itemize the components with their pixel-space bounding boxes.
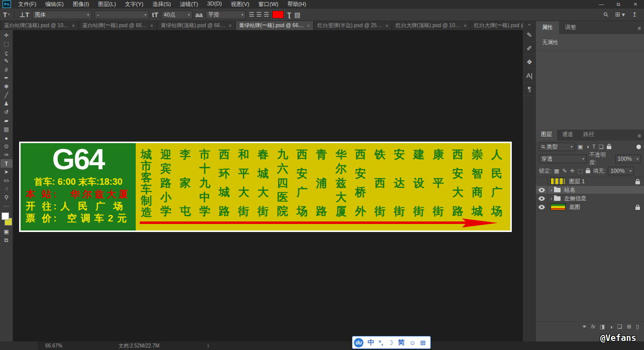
canvas-area[interactable]: G64 首车: 6:00 末车:18:30 本 站: 华尔兹大厦 开 往: 人民… xyxy=(13,30,523,341)
lasso-tool[interactable]: ϛ xyxy=(1,48,13,57)
foreground-color-swatch[interactable] xyxy=(2,212,9,220)
blur-tool[interactable]: ● xyxy=(1,134,13,142)
ime-item-2[interactable]: ☽ xyxy=(388,339,394,346)
menu-item-文字[interactable]: 文字(Y) xyxy=(121,0,148,9)
blend-mode-select[interactable]: 穿透▾ xyxy=(539,155,587,163)
shape-tool[interactable]: ▭ xyxy=(1,176,13,185)
layers-panel-menu-icon[interactable]: ≡ xyxy=(638,133,641,139)
tab-close-icon[interactable]: × xyxy=(229,23,232,29)
layer-row[interactable]: ›站名 xyxy=(536,186,644,194)
ime-item-3[interactable]: 简 xyxy=(398,338,404,347)
dodge-tool[interactable]: ⊙ xyxy=(1,142,13,151)
document-tab[interactable]: 蓝白站牌(顶格).psd @ 100...× xyxy=(1,21,79,30)
align-left-icon[interactable]: ☰ xyxy=(249,11,254,18)
type-tool[interactable]: T xyxy=(1,159,13,168)
layers-tab-通道[interactable]: 通道 xyxy=(557,129,578,141)
ime-item-4[interactable]: ☺ xyxy=(409,339,415,346)
layer-visibility-toggle[interactable] xyxy=(536,203,547,211)
ime-item-1[interactable]: °, xyxy=(379,339,383,346)
warp-text-icon[interactable]: Ʈ xyxy=(287,11,291,19)
properties-tab-调整[interactable]: 调整 xyxy=(559,21,582,34)
menu-item-3D[interactable]: 3D(D) xyxy=(203,0,226,9)
quick-mask-icon[interactable]: ▣ xyxy=(1,227,13,236)
layer-visibility-toggle[interactable] xyxy=(536,194,547,202)
restore-button[interactable]: ⧉ xyxy=(610,1,627,9)
share-icon[interactable]: ↥ xyxy=(632,11,637,18)
screen-mode-icon[interactable]: ⧉ xyxy=(1,236,13,245)
lock-artboard-icon[interactable]: ⬚ xyxy=(578,168,583,174)
opacity-select[interactable]: 100%▾ xyxy=(615,155,641,163)
menu-item-选择[interactable]: 选择(S) xyxy=(148,0,175,9)
filter-toggle[interactable] xyxy=(636,145,641,149)
eyedropper-tool[interactable]: ✒ xyxy=(1,74,13,82)
layers-tab-路径[interactable]: 路径 xyxy=(578,129,599,141)
adjustment-layer-icon[interactable]: ◑ xyxy=(609,324,613,330)
text-orientation-icon[interactable]: ⊥T xyxy=(19,11,29,19)
properties-tab-属性[interactable]: 属性 xyxy=(536,21,559,34)
filter-pixel-layers-icon[interactable]: ▣ xyxy=(578,144,583,150)
close-button[interactable]: ✕ xyxy=(627,1,644,9)
workspace-icon[interactable]: ⊞ ▾ xyxy=(615,11,625,18)
layer-expand-icon[interactable]: › xyxy=(550,196,552,201)
menu-item-编辑[interactable]: 编辑(E) xyxy=(41,0,68,9)
paragraph-panel-icon[interactable]: ¶ xyxy=(523,82,535,96)
font-style-select[interactable]: -▾ xyxy=(95,11,149,19)
move-tool[interactable]: ✛ xyxy=(1,31,13,40)
filter-type-layers-icon[interactable]: T xyxy=(592,144,596,150)
collapse-panels-icon[interactable]: « xyxy=(528,21,530,28)
font-size-select[interactable]: 40点▾ xyxy=(161,11,193,19)
search-icon[interactable]: ⚲ xyxy=(602,11,610,19)
layer-row[interactable]: 底图 xyxy=(536,203,644,211)
menu-item-图像[interactable]: 图像(I) xyxy=(69,0,93,9)
edit-toolbar[interactable]: ⋯ xyxy=(1,202,13,210)
document-tab[interactable]: 黄绿站牌(一格).psd @ 66.7% (站名, RGB/8) *× xyxy=(236,21,314,30)
brush-tool[interactable]: ╱ xyxy=(1,91,13,99)
clone-stamp-tool[interactable]: ♟ xyxy=(1,99,13,108)
tab-close-icon[interactable]: × xyxy=(464,23,467,29)
layers-tab-图层[interactable]: 图层 xyxy=(536,129,557,141)
color-swatches[interactable] xyxy=(1,212,13,225)
lock-all-icon[interactable] xyxy=(586,168,590,174)
filter-adjustment-layers-icon[interactable]: ◑ xyxy=(586,144,589,150)
menu-item-帮助[interactable]: 帮助(H) xyxy=(284,0,310,9)
font-family-select[interactable]: 黑体▾ xyxy=(32,11,91,19)
layer-row[interactable]: 图层 1 xyxy=(536,177,644,186)
minimize-button[interactable]: — xyxy=(593,1,610,9)
properties-panel-menu-icon[interactable]: ≡ xyxy=(638,25,641,31)
healing-brush-tool[interactable]: ❋ xyxy=(1,82,13,91)
menu-item-窗口[interactable]: 窗口(W) xyxy=(254,0,283,9)
layer-style-icon[interactable]: fx xyxy=(591,324,595,329)
status-chevron-icon[interactable]: ⟩ xyxy=(207,343,209,348)
gradient-tool[interactable]: ▥ xyxy=(1,125,13,134)
new-group-icon[interactable]: ❏ xyxy=(617,323,622,330)
zoom-tool[interactable]: ⚲ xyxy=(1,193,13,202)
marquee-tool[interactable]: ⬚ xyxy=(1,40,13,48)
link-layers-icon[interactable]: ⚭ xyxy=(582,323,587,330)
brush-settings-icon[interactable]: ✎ xyxy=(523,28,535,42)
filter-shape-layers-icon[interactable]: ❏ xyxy=(599,144,604,150)
fill-select[interactable]: 100%▾ xyxy=(608,167,634,175)
layer-expand-icon[interactable]: › xyxy=(550,187,552,193)
menu-item-文件[interactable]: 文件(F) xyxy=(14,0,40,9)
layer-mask-icon[interactable]: ◨ xyxy=(600,323,605,330)
path-selection-tool[interactable]: ➤ xyxy=(1,168,13,176)
ime-logo-icon[interactable]: du xyxy=(354,338,363,347)
toggle-panels-icon[interactable]: ▤ xyxy=(294,11,300,19)
pen-tool[interactable]: ✑ xyxy=(1,151,13,159)
layer-visibility-toggle[interactable] xyxy=(536,186,547,194)
tab-close-icon[interactable]: × xyxy=(150,23,153,29)
clone-source-icon[interactable]: ❖ xyxy=(523,55,535,69)
layer-row[interactable]: ›左侧信息 xyxy=(536,194,644,203)
ime-item-5[interactable]: ⊞ xyxy=(420,339,426,346)
delete-layer-icon[interactable]: ▯ xyxy=(636,323,639,330)
ime-toolbar[interactable]: du 中°,☽简☺⊞ xyxy=(352,336,431,349)
lock-position-icon[interactable]: ✛ xyxy=(570,168,575,174)
brushes-icon[interactable]: ✐ xyxy=(523,42,535,55)
document-tab[interactable]: 黄绿站牌(顶格).psd @ 66.7...× xyxy=(157,21,236,30)
document-tab[interactable]: 红白大牌(顶格).psd @ 100...× xyxy=(392,21,471,30)
tab-close-icon[interactable]: × xyxy=(385,23,388,29)
layer-filter-select[interactable]: ⚲ 类型▾ xyxy=(539,143,575,151)
character-panel-icon[interactable]: A| xyxy=(523,69,535,82)
lock-transparent-pixels-icon[interactable]: ▦ xyxy=(554,168,559,174)
zoom-level[interactable]: 66.67% xyxy=(45,343,62,348)
